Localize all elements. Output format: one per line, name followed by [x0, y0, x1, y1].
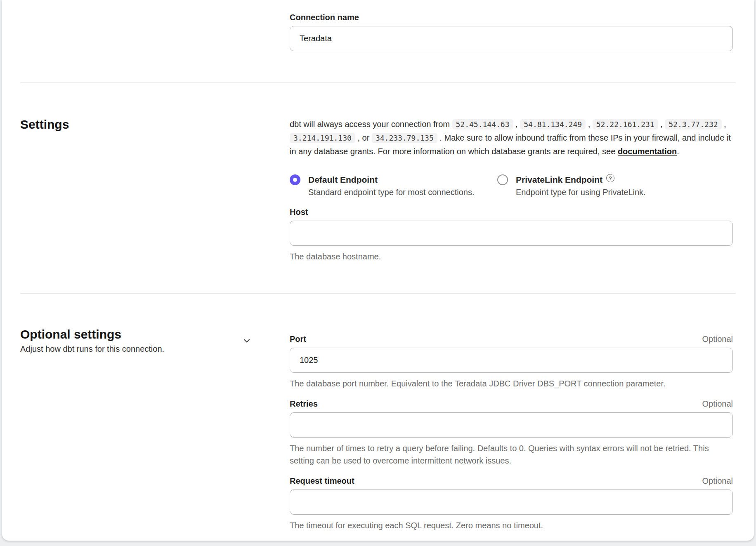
- ip-address-chip: 52.22.161.231: [593, 119, 658, 129]
- port-label: Port: [290, 334, 306, 344]
- port-input[interactable]: [290, 348, 733, 373]
- endpoint-radio-group: Default Endpoint Standard endpoint type …: [290, 174, 733, 198]
- chevron-down-icon: [242, 336, 252, 346]
- ip-address-chip: 52.45.144.63: [452, 119, 513, 129]
- optional-badge: Optional: [702, 399, 733, 409]
- ip-address-chip: 52.3.77.232: [665, 119, 721, 129]
- optional-badge: Optional: [702, 476, 733, 486]
- request-timeout-label: Request timeout: [290, 476, 354, 486]
- settings-intro-text: dbt will always access your connection f…: [290, 118, 733, 158]
- retries-label: Retries: [290, 399, 318, 409]
- documentation-link[interactable]: documentation: [618, 147, 677, 156]
- optional-badge: Optional: [702, 334, 733, 344]
- endpoint-option-privatelink[interactable]: PrivateLink Endpoint ? Endpoint type for…: [497, 174, 646, 198]
- collapse-section-button[interactable]: [241, 335, 253, 346]
- endpoint-default-description: Standard endpoint type for most connecti…: [308, 186, 474, 198]
- host-field: Host The database hostname.: [290, 207, 733, 263]
- connection-name-input[interactable]: [290, 26, 733, 51]
- connection-settings-page: Connection name Settings dbt will always…: [0, 0, 756, 546]
- settings-card: Connection name Settings dbt will always…: [2, 0, 754, 541]
- settings-section: Settings dbt will always access your con…: [20, 118, 736, 263]
- retries-helper: The number of times to retry a query bef…: [290, 442, 733, 467]
- connection-name-label: Connection name: [290, 12, 733, 22]
- ip-address-chip: 54.81.134.249: [520, 119, 586, 129]
- request-timeout-input[interactable]: [290, 490, 733, 515]
- optional-settings-section: Optional settings Adjust how dbt runs fo…: [20, 327, 736, 532]
- ip-address-chip: 34.233.79.135: [372, 133, 437, 143]
- retries-input[interactable]: [290, 412, 733, 438]
- request-timeout-field: Request timeout Optional The timeout for…: [290, 476, 733, 532]
- port-field: Port Optional The database port number. …: [290, 334, 733, 390]
- host-helper: The database hostname.: [290, 250, 733, 263]
- port-helper: The database port number. Equivalent to …: [290, 377, 733, 390]
- ip-address-chip: 3.214.191.130: [290, 133, 355, 143]
- help-icon[interactable]: ?: [606, 174, 614, 182]
- radio-unselected-icon[interactable]: [497, 174, 508, 185]
- host-input[interactable]: [290, 221, 733, 246]
- section-divider: [20, 82, 736, 83]
- radio-selected-icon[interactable]: [290, 174, 300, 185]
- endpoint-default-label: Default Endpoint: [308, 174, 378, 186]
- settings-heading: Settings: [20, 118, 290, 132]
- endpoint-option-default[interactable]: Default Endpoint Standard endpoint type …: [290, 174, 497, 198]
- connection-name-row: Connection name: [20, 12, 736, 51]
- endpoint-privatelink-label: PrivateLink Endpoint: [516, 174, 602, 186]
- section-divider: [20, 293, 736, 294]
- endpoint-privatelink-description: Endpoint type for using PrivateLink.: [516, 186, 646, 198]
- request-timeout-helper: The timeout for executing each SQL reque…: [290, 519, 733, 532]
- host-label: Host: [290, 207, 733, 217]
- retries-field: Retries Optional The number of times to …: [290, 399, 733, 467]
